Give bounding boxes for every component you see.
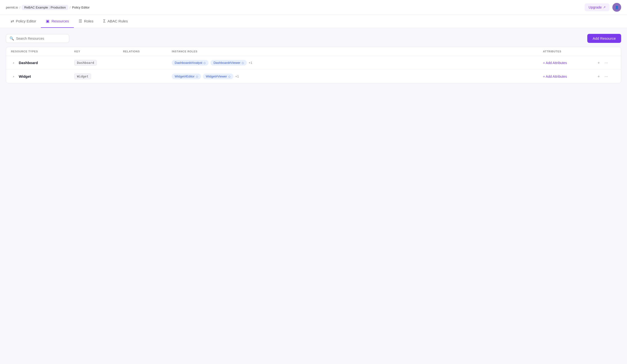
dashboard-viewer-chip: Dashboard#Viewer ◇ [210,60,247,65]
widget-name: Widget [19,74,31,78]
main-content: 🔍 Add Resource RESOURCE TYPES KEY RELATI… [0,28,627,89]
widget-more-button[interactable]: ··· [604,74,609,79]
col-key: KEY [74,50,123,53]
dashboard-add-button[interactable]: + [597,60,601,65]
external-link-icon: ↗ [603,6,606,9]
tab-policy-editor-label: Policy Editor [16,19,36,23]
nav-right: Upgrade ↗ 👤 [585,3,621,12]
tab-policy-editor[interactable]: ⇄ Policy Editor [6,15,41,28]
diamond-icon-4: ◇ [228,75,230,78]
avatar-initials: 👤 [615,6,619,9]
tab-abac-rules[interactable]: Σ ABAC Rules [98,15,133,28]
dashboard-extra-roles: +1 [249,61,252,65]
breadcrumb: permit.io / ReBAC Example : Production /… [6,5,90,10]
avatar[interactable]: 👤 [612,3,621,12]
widget-viewer-chip: Widget#Viewer ◇ [203,74,233,79]
abac-rules-icon: Σ [103,19,105,23]
toolbar: 🔍 Add Resource [6,34,621,43]
dashboard-instance-roles: Dashboard#Analyst ◇ Dashboard#Viewer ◇ +… [172,60,543,65]
widget-attributes-cell: + Add Attributes [543,75,597,78]
diamond-icon-3: ◇ [196,75,198,78]
expand-widget-button[interactable]: › [11,74,16,79]
widget-key-badge: Widget [74,74,91,79]
dashboard-analyst-label: Dashboard#Analyst [175,61,202,65]
resource-table: RESOURCE TYPES KEY RELATIONS INSTANCE RO… [6,47,621,83]
col-instance-roles: INSTANCE ROLES [172,50,543,53]
add-resource-button[interactable]: Add Resource [587,34,621,43]
tab-resources[interactable]: ▣ Resources [41,15,74,28]
tab-roles-label: Roles [84,19,93,23]
upgrade-button[interactable]: Upgrade ↗ [585,3,610,11]
policy-editor-icon: ⇄ [11,19,14,23]
search-icon: 🔍 [9,36,14,41]
dashboard-key-cell: Dashboard [74,60,123,65]
tab-resources-label: Resources [52,19,69,23]
dashboard-viewer-label: Dashboard#Viewer [213,61,240,65]
dashboard-more-button[interactable]: ··· [604,60,609,65]
env-label: ReBAC Example : Production [24,6,66,9]
diamond-icon-2: ◇ [242,61,244,65]
widget-viewer-label: Widget#Viewer [206,75,227,78]
resource-name-cell-dashboard: › Dashboard [11,60,74,65]
tab-bar: ⇄ Policy Editor ▣ Resources ☰ Roles Σ AB… [0,15,627,28]
search-box[interactable]: 🔍 [6,34,69,43]
env-pill[interactable]: ReBAC Example : Production [22,5,68,10]
dashboard-attributes-cell: + Add Attributes [543,61,597,65]
breadcrumb-sep1: / [19,6,20,9]
dashboard-add-attr-label: + Add Attributes [543,61,567,65]
widget-editor-label: Widget#Editor [175,75,195,78]
table-row: › Dashboard Dashboard Dashboard#Analyst … [6,56,621,70]
table-header: RESOURCE TYPES KEY RELATIONS INSTANCE RO… [6,47,621,56]
dashboard-add-attributes-button[interactable]: + Add Attributes [543,61,567,65]
widget-key-cell: Widget [74,74,123,79]
breadcrumb-site: permit.io [6,6,18,9]
widget-add-attr-label: + Add Attributes [543,75,567,78]
col-resource-types: RESOURCE TYPES [11,50,74,53]
col-relations: RELATIONS [123,50,172,53]
widget-instance-roles: Widget#Editor ◇ Widget#Viewer ◇ +1 [172,74,543,79]
dashboard-key-badge: Dashboard [74,60,97,65]
add-resource-label: Add Resource [593,36,616,41]
widget-actions: + ··· [597,74,616,79]
tab-roles[interactable]: ☰ Roles [74,15,98,28]
widget-add-button[interactable]: + [597,74,601,79]
resource-name-cell-widget: › Widget [11,74,74,79]
expand-dashboard-button[interactable]: › [11,60,16,65]
table-row: › Widget Widget Widget#Editor ◇ Widget#V… [6,70,621,83]
roles-icon: ☰ [79,19,82,23]
widget-editor-chip: Widget#Editor ◇ [172,74,201,79]
upgrade-label: Upgrade [588,5,602,9]
col-attributes: ATTRIBUTES [543,50,597,53]
breadcrumb-sep2: / [70,6,71,9]
breadcrumb-page: Policy Editor [72,6,90,9]
dashboard-name: Dashboard [19,61,38,65]
dashboard-actions: + ··· [597,60,616,65]
widget-extra-roles: +1 [235,75,239,78]
tab-abac-rules-label: ABAC Rules [107,19,128,23]
search-input[interactable] [16,37,65,41]
widget-add-attributes-button[interactable]: + Add Attributes [543,75,567,78]
resources-icon: ▣ [46,19,50,23]
dashboard-analyst-chip: Dashboard#Analyst ◇ [172,60,209,65]
top-nav: permit.io / ReBAC Example : Production /… [0,0,627,15]
diamond-icon: ◇ [203,61,206,65]
col-actions [597,50,616,53]
